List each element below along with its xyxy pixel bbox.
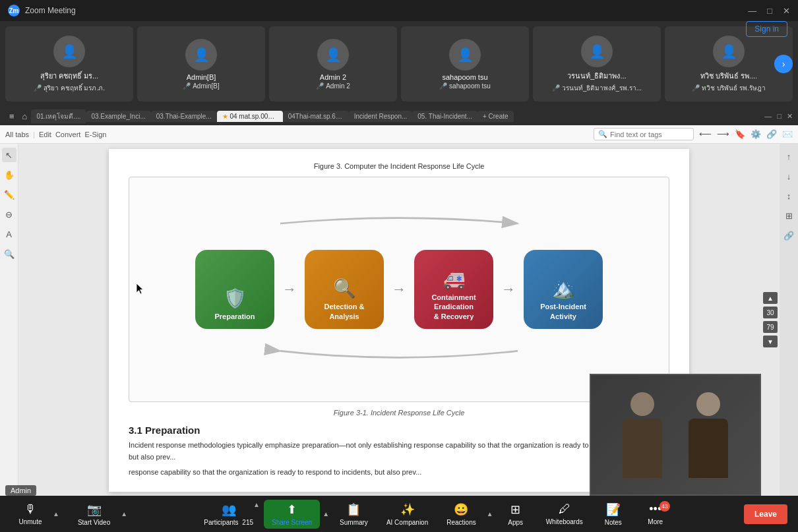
convert-btn[interactable]: Convert (55, 131, 81, 138)
post-incident-label: Post-IncidentActivity (540, 302, 586, 321)
unmute-chevron[interactable]: ▲ (53, 510, 59, 517)
page-nav-up[interactable]: ▲ (763, 292, 778, 304)
notes-icon: 📝 (606, 502, 621, 517)
sidebar-tool-2[interactable]: ↓ (782, 169, 796, 183)
camera-icon: 📷 (87, 502, 102, 517)
text-tool[interactable]: A (2, 227, 16, 241)
pdf-tab-5[interactable]: 04Thai-mat.sp.60... (283, 111, 349, 122)
pdf-minimize-btn[interactable]: — (764, 112, 772, 120)
whiteboards-label: Whiteboards (546, 518, 583, 525)
person-1-silhouette (616, 392, 669, 478)
select-tool[interactable]: ↖ (2, 148, 16, 162)
sidebar-tool-1[interactable]: ↑ (782, 149, 796, 163)
reactions-chevron[interactable]: ▲ (487, 510, 493, 517)
toolbar-btn-1[interactable]: ⟵ (699, 129, 712, 139)
summary-button[interactable]: 📋 Summary (332, 500, 376, 529)
hand-tool[interactable]: ✋ (2, 167, 16, 182)
audio-video-group: 🎙 Unmute ▲ 📷 Start Video ▲ (11, 500, 127, 529)
admin-label: Admin (5, 485, 36, 496)
pdf-home-icon[interactable]: ⌂ (18, 111, 32, 121)
pdf-tab-6[interactable]: Incident Respon... (349, 111, 413, 122)
sidebar-tool-3[interactable]: ↕ (782, 189, 796, 203)
maximize-button[interactable]: □ (767, 6, 772, 16)
pdf-tab-new[interactable]: + Create (477, 111, 514, 122)
participants-button[interactable]: 👥 Participants 215 (196, 500, 261, 529)
pdf-close-btn[interactable]: ✕ (787, 112, 793, 121)
toolbar-btn-2[interactable]: ⟶ (717, 129, 729, 139)
share-chevron[interactable]: ▲ (322, 510, 329, 517)
participant-tile-5[interactable]: 👤 วรนนท์_ธิติมาพง... 🎤 วรนนท์_ธิติมาพงศ์… (533, 26, 661, 102)
participant-name-bottom-5: 🎤 วรนนท์_ธิติมาพงศ์_รพ.รา... (552, 83, 642, 93)
toolbar-btn-3[interactable]: 🔖 (735, 129, 745, 139)
participant-tile-1[interactable]: 👤 สุริยา คชฤทธิ์ มร... 🎤 สุริยา คชฤทธิ์ … (5, 26, 133, 102)
pdf-restore-btn[interactable]: □ (777, 112, 782, 120)
app-logo: Zm (8, 5, 20, 16)
toolbar-btn-5[interactable]: 🔗 (766, 129, 777, 139)
pdf-tab-4[interactable]: ★ 04 mat.sp.000-602.pdf ✕ (217, 111, 283, 122)
toolbar-btn-4[interactable]: ⚙️ (751, 129, 761, 139)
share-screen-label: Share Screen (272, 519, 312, 526)
share-screen-icon: ⬆ (287, 502, 297, 517)
app-title: Zoom Meeting (25, 6, 76, 15)
esign-btn[interactable]: E-Sign (84, 131, 106, 138)
participant-tile-2[interactable]: 👤 Admin[B] 🎤 Admin[B] (137, 26, 265, 102)
pdf-menu-icon[interactable]: ≡ (5, 111, 18, 121)
start-video-label: Start Video (78, 519, 110, 526)
pdf-tab-1[interactable]: 01.เหตุโจมตี.... (31, 109, 86, 123)
all-tabs-btn[interactable]: All tabs (5, 131, 29, 138)
sign-in-button[interactable]: Sign in (746, 21, 787, 37)
summary-icon: 📋 (346, 502, 361, 517)
apps-label: Apps (508, 519, 523, 526)
total-pages: 79 (763, 321, 778, 333)
page-diagram-title: Figure 3. Computer the Incident Response… (129, 162, 669, 170)
main-area: ≡ ⌂ 01.เหตุโจมตี.... 03.Example_Inci... … (0, 107, 798, 496)
share-screen-button[interactable]: ⬆ Share Screen (264, 500, 320, 529)
pencil-tool[interactable]: ✏️ (2, 187, 16, 202)
apps-button[interactable]: ⊞ Apps (496, 500, 536, 529)
whiteboards-icon: 🖊 (559, 502, 570, 516)
close-button[interactable]: ✕ (783, 6, 790, 16)
pdf-tab-7[interactable]: 05. Thai-Incident... (412, 111, 477, 122)
participant-tile-4[interactable]: 👤 sahapoom tsu 🎤 sahapoom tsu (401, 26, 529, 102)
reactions-icon: 😀 (454, 502, 468, 517)
participant-name-bottom-4: 🎤 sahapoom tsu (439, 82, 491, 90)
participant-avatar-3: 👤 (317, 39, 349, 71)
participant-tile-3[interactable]: 👤 Admin 2 🎤 Admin 2 (269, 26, 397, 102)
preparation-icon: 🛡️ (224, 287, 247, 309)
whiteboards-button[interactable]: 🖊 Whiteboards (538, 500, 591, 528)
bottom-toolbar: 🎙 Unmute ▲ 📷 Start Video ▲ 👥 Participant… (0, 496, 798, 532)
unmute-button[interactable]: 🎙 Unmute (11, 500, 50, 528)
video-chevron[interactable]: ▲ (121, 510, 127, 517)
notes-button[interactable]: 📝 Notes (594, 500, 633, 529)
preparation-box: 🛡️ Preparation (195, 250, 274, 329)
preparation-label: Preparation (214, 312, 255, 321)
participants-label: Participants 215 (204, 519, 253, 526)
pdf-tab-3[interactable]: 03.Thai-Example... (151, 111, 217, 122)
edit-btn[interactable]: Edit (39, 131, 51, 138)
participants-chevron[interactable]: ▲ (253, 501, 260, 508)
participants-icon: 👥 (222, 502, 236, 517)
page-nav-down[interactable]: ▼ (763, 336, 778, 347)
mic-icon: 🎙 (24, 502, 36, 516)
pdf-tab-2[interactable]: 03.Example_Inci... (86, 111, 150, 122)
participant-tile-6[interactable]: 👤 ทวิช บริพันธ์ รพ.... 🎤 ทวิช บริพันธ์ ร… (665, 26, 793, 102)
participant-name-top-6: ทวิช บริพันธ์ รพ.... (700, 70, 757, 82)
leave-button[interactable]: Leave (744, 504, 787, 524)
pdf-tab-bar: ≡ ⌂ 01.เหตุโจมตี.... 03.Example_Inci... … (0, 107, 798, 125)
post-incident-icon: 🏔️ (552, 278, 575, 299)
companion-label: AI Companion (386, 519, 428, 526)
sidebar-tool-4[interactable]: ⊞ (782, 208, 796, 223)
eraser-tool[interactable]: ⊖ (2, 207, 16, 222)
zoom-tool[interactable]: 🔍 (2, 247, 16, 261)
companion-button[interactable]: ✨ AI Companion (379, 500, 436, 529)
reactions-button[interactable]: 😀 Reactions (439, 500, 483, 529)
left-tools-panel: ↖ ✋ ✏️ ⊖ A 🔍 (0, 144, 18, 496)
expand-participants-button[interactable]: › (774, 55, 793, 73)
main-controls-group: 👥 Participants 215 ▲ ⬆ Share Screen ▲ 📋 … (196, 500, 675, 529)
toolbar-btn-6[interactable]: ✉️ (782, 129, 793, 139)
sidebar-tool-5[interactable]: 🔗 (782, 228, 796, 243)
detection-icon: 🔍 (333, 278, 356, 299)
search-input[interactable] (610, 131, 689, 138)
start-video-button[interactable]: 📷 Start Video (70, 500, 118, 529)
minimize-button[interactable]: — (748, 6, 756, 16)
